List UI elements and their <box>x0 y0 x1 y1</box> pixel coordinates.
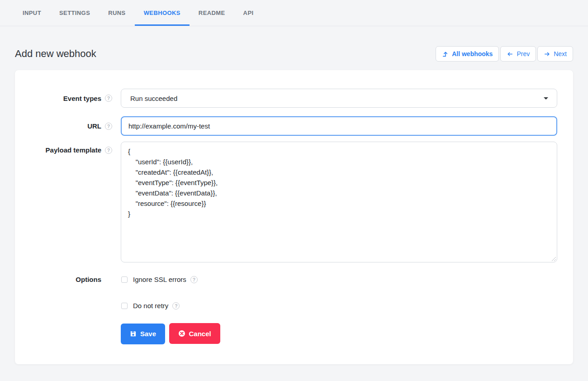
event-types-select[interactable]: Run succeeded <box>121 89 557 108</box>
label-spacer <box>105 276 112 283</box>
all-webhooks-label: All webhooks <box>452 50 493 57</box>
event-types-row: Event types ? Run succeeded <box>31 89 557 108</box>
prev-button[interactable]: Prev <box>500 46 536 62</box>
do-not-retry-checkbox[interactable] <box>121 303 128 309</box>
help-icon[interactable]: ? <box>190 276 198 283</box>
tab-runs[interactable]: RUNS <box>99 0 134 26</box>
help-icon[interactable]: ? <box>172 302 180 310</box>
ignore-ssl-errors-checkbox[interactable] <box>121 276 128 283</box>
url-input[interactable] <box>121 116 557 136</box>
ignore-ssl-errors-option: Ignore SSL errors ? <box>121 276 557 283</box>
options-label: Options <box>76 276 101 283</box>
tab-readme[interactable]: README <box>190 0 234 26</box>
x-circle-icon <box>178 330 185 337</box>
do-not-retry-row: Do not retry ? <box>31 302 557 310</box>
options-label-cell: Options <box>31 276 112 283</box>
url-label-cell: URL ? <box>31 122 112 130</box>
arrow-up-with-tail-icon <box>442 51 449 57</box>
help-icon[interactable]: ? <box>105 147 112 154</box>
payload-template-textarea[interactable]: { "userId": {{userId}}, "createdAt": {{c… <box>121 142 557 262</box>
tab-api[interactable]: API <box>234 0 263 26</box>
options-row: Options Ignore SSL errors ? <box>31 276 557 283</box>
chevron-down-icon <box>544 97 548 100</box>
event-types-selected-value: Run succeeded <box>130 95 177 102</box>
next-button[interactable]: Next <box>537 46 573 62</box>
tab-input[interactable]: INPUT <box>14 0 50 26</box>
arrow-left-icon <box>507 51 513 57</box>
help-icon[interactable]: ? <box>105 95 112 102</box>
url-row: URL ? <box>31 116 557 136</box>
help-icon[interactable]: ? <box>105 123 112 130</box>
floppy-disk-icon <box>130 330 137 337</box>
page-header: Add new webhook All webhooks Prev <box>0 46 588 62</box>
header-button-group: All webhooks Prev Next <box>436 46 573 62</box>
cancel-label: Cancel <box>189 330 211 338</box>
save-button[interactable]: Save <box>121 324 165 344</box>
payload-template-label-cell: Payload template ? <box>31 142 112 154</box>
save-label: Save <box>140 330 156 338</box>
tab-bar: INPUT SETTINGS RUNS WEBHOOKS README API <box>0 0 588 26</box>
event-types-label: Event types <box>63 95 101 102</box>
do-not-retry-label: Do not retry <box>133 302 168 310</box>
cancel-button[interactable]: Cancel <box>169 323 220 344</box>
page-title: Add new webhook <box>15 48 96 60</box>
all-webhooks-button[interactable]: All webhooks <box>436 46 499 62</box>
next-label: Next <box>554 50 567 57</box>
arrow-right-icon <box>544 51 550 57</box>
payload-template-label: Payload template <box>46 146 101 154</box>
url-label: URL <box>87 122 101 130</box>
do-not-retry-option: Do not retry ? <box>121 302 557 310</box>
prev-label: Prev <box>517 50 530 57</box>
ignore-ssl-errors-label: Ignore SSL errors <box>133 276 186 283</box>
actions-row: Save Cancel <box>31 323 557 344</box>
payload-template-row: Payload template ? { "userId": {{userId}… <box>31 142 557 262</box>
tab-settings[interactable]: SETTINGS <box>50 0 99 26</box>
event-types-label-cell: Event types ? <box>31 95 112 102</box>
webhook-form-card: Event types ? Run succeeded URL ? Payloa… <box>15 70 573 364</box>
tab-webhooks[interactable]: WEBHOOKS <box>135 0 190 26</box>
